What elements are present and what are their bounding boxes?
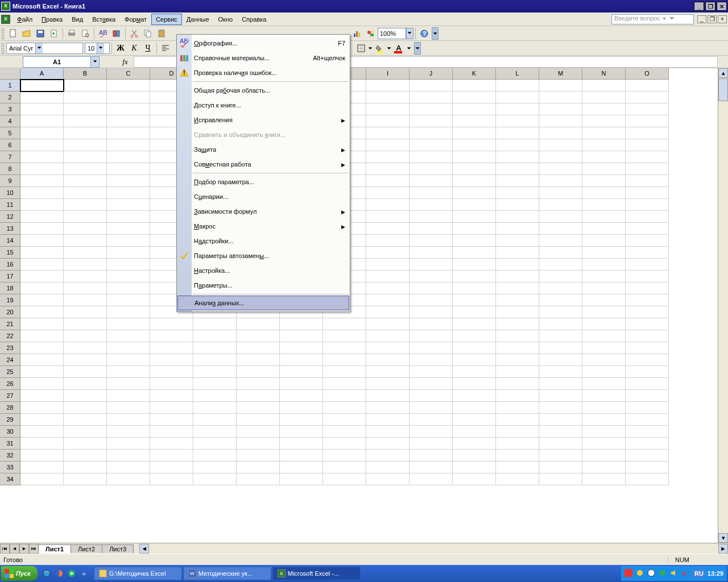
- cell[interactable]: [453, 342, 496, 354]
- align-left-icon[interactable]: [159, 42, 172, 55]
- cell[interactable]: [107, 294, 150, 306]
- sheet-tab-2[interactable]: Лист2: [71, 544, 102, 553]
- cell[interactable]: [410, 80, 453, 92]
- cell[interactable]: [150, 318, 193, 330]
- cell[interactable]: [582, 366, 626, 378]
- cell[interactable]: [107, 127, 150, 139]
- cell[interactable]: [193, 450, 237, 462]
- cell[interactable]: [496, 282, 539, 294]
- cell[interactable]: [323, 450, 366, 462]
- cell[interactable]: [366, 342, 410, 354]
- row-header-22[interactable]: 22: [0, 330, 20, 342]
- menu-scenarios[interactable]: Сценарии...: [177, 189, 350, 204]
- cell[interactable]: [64, 127, 107, 139]
- close-button[interactable]: ✕: [717, 2, 727, 11]
- cell[interactable]: [582, 378, 626, 390]
- cell[interactable]: [237, 354, 280, 366]
- name-box[interactable]: A1: [23, 56, 91, 68]
- cell[interactable]: [582, 187, 626, 199]
- cell[interactable]: [539, 271, 582, 282]
- cell[interactable]: [193, 366, 237, 378]
- cell[interactable]: [453, 80, 496, 92]
- cell[interactable]: [64, 330, 107, 342]
- cell[interactable]: [366, 127, 410, 139]
- cell[interactable]: [20, 294, 64, 306]
- cell[interactable]: [107, 163, 150, 175]
- row-header-26[interactable]: 26: [0, 378, 20, 390]
- research-icon[interactable]: [110, 27, 123, 40]
- copy-icon[interactable]: [142, 27, 154, 40]
- cell[interactable]: [539, 438, 582, 450]
- cell[interactable]: [107, 151, 150, 163]
- cell[interactable]: [453, 199, 496, 211]
- cell[interactable]: [107, 402, 150, 414]
- firefox-icon[interactable]: [53, 567, 65, 580]
- row-header-9[interactable]: 9: [0, 175, 20, 187]
- cell[interactable]: [366, 462, 410, 473]
- cell[interactable]: [64, 92, 107, 103]
- cell[interactable]: [582, 462, 626, 473]
- column-header-J[interactable]: J: [410, 68, 453, 80]
- cell[interactable]: [626, 247, 669, 259]
- cell[interactable]: [496, 187, 539, 199]
- font-size-combo[interactable]: 10⏷: [85, 43, 110, 54]
- cell[interactable]: [496, 342, 539, 354]
- cell[interactable]: [237, 318, 280, 330]
- cell[interactable]: [150, 402, 193, 414]
- cell[interactable]: [626, 450, 669, 462]
- cell[interactable]: [539, 402, 582, 414]
- fill-color-icon[interactable]: [374, 42, 386, 55]
- cell[interactable]: [20, 354, 64, 366]
- row-header-23[interactable]: 23: [0, 342, 20, 354]
- cell[interactable]: [150, 473, 193, 485]
- column-header-B[interactable]: B: [64, 68, 107, 80]
- cell[interactable]: [410, 235, 453, 247]
- cell[interactable]: [323, 366, 366, 378]
- column-header-A[interactable]: A: [20, 68, 64, 80]
- help-icon[interactable]: ?: [418, 27, 431, 40]
- cell[interactable]: [64, 175, 107, 187]
- cell[interactable]: [626, 473, 669, 485]
- help-search-input[interactable]: Введите вопрос ⏷: [611, 14, 694, 24]
- cell[interactable]: [410, 366, 453, 378]
- menu-format[interactable]: Формат: [120, 14, 151, 25]
- cell[interactable]: [20, 223, 64, 235]
- cell[interactable]: [539, 473, 582, 485]
- cell[interactable]: [410, 342, 453, 354]
- cell[interactable]: [496, 127, 539, 139]
- cell[interactable]: [539, 175, 582, 187]
- cell[interactable]: [582, 282, 626, 294]
- row-header-8[interactable]: 8: [0, 163, 20, 175]
- cell[interactable]: [496, 103, 539, 115]
- cell[interactable]: [453, 306, 496, 318]
- cell[interactable]: [496, 151, 539, 163]
- cell[interactable]: [366, 318, 410, 330]
- cell[interactable]: [453, 187, 496, 199]
- cell[interactable]: [366, 354, 410, 366]
- cell[interactable]: [20, 306, 64, 318]
- cell[interactable]: [366, 151, 410, 163]
- cell[interactable]: [107, 282, 150, 294]
- cell[interactable]: [20, 282, 64, 294]
- tray-icon-3[interactable]: [647, 569, 656, 578]
- cell[interactable]: [626, 103, 669, 115]
- cell[interactable]: [64, 473, 107, 485]
- cell[interactable]: [366, 330, 410, 342]
- cell[interactable]: [410, 103, 453, 115]
- cell[interactable]: [626, 92, 669, 103]
- cell[interactable]: [323, 354, 366, 366]
- menu-goal-seek[interactable]: Подбор параметра...: [177, 174, 350, 189]
- cell[interactable]: [539, 187, 582, 199]
- print-icon[interactable]: [65, 27, 78, 40]
- tray-icon-1[interactable]: [624, 569, 634, 578]
- cell[interactable]: [150, 426, 193, 438]
- cell[interactable]: [496, 139, 539, 151]
- cell[interactable]: [280, 450, 323, 462]
- cell[interactable]: [107, 390, 150, 402]
- cell[interactable]: [539, 318, 582, 330]
- cell[interactable]: [237, 330, 280, 342]
- cell[interactable]: [582, 354, 626, 366]
- cell[interactable]: [20, 92, 64, 103]
- cell[interactable]: [582, 151, 626, 163]
- cell[interactable]: [626, 462, 669, 473]
